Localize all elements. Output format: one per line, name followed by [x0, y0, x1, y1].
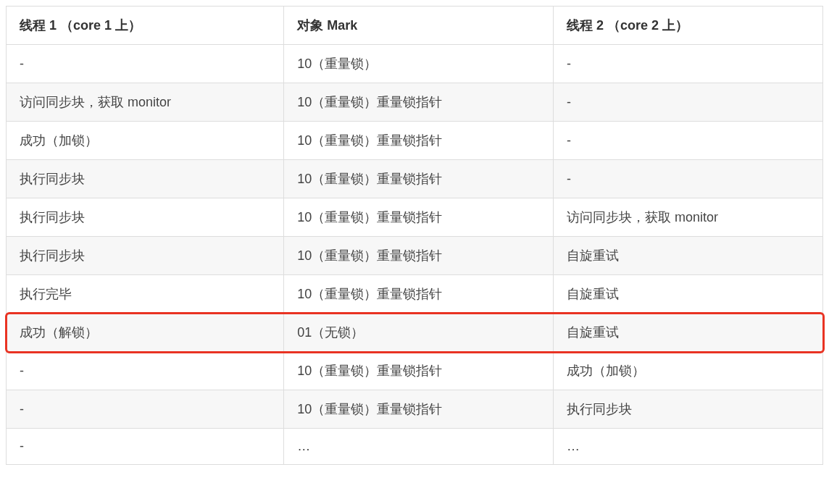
- table-cell: -: [554, 83, 823, 122]
- table-row: -……: [7, 429, 823, 465]
- table-row: -10（重量锁）-: [7, 45, 823, 83]
- table-row: 成功（加锁）10（重量锁）重量锁指针-: [7, 122, 823, 160]
- thread-lock-table: 线程 1 （core 1 上） 对象 Mark 线程 2 （core 2 上） …: [6, 6, 823, 465]
- table-cell: 10（重量锁）重量锁指针: [284, 160, 554, 198]
- header-object-mark: 对象 Mark: [284, 7, 554, 45]
- table-row: 执行同步块10（重量锁）重量锁指针-: [7, 160, 823, 198]
- table-body: -10（重量锁）-访问同步块，获取 monitor10（重量锁）重量锁指针-成功…: [7, 45, 823, 465]
- header-thread1: 线程 1 （core 1 上）: [7, 7, 284, 45]
- table-row: 执行同步块10（重量锁）重量锁指针自旋重试: [7, 237, 823, 275]
- table-row: 执行完毕10（重量锁）重量锁指针自旋重试: [7, 275, 823, 314]
- header-thread2: 线程 2 （core 2 上）: [554, 7, 823, 45]
- table-cell: 10（重量锁）重量锁指针: [284, 237, 554, 275]
- table-cell: 10（重量锁）重量锁指针: [284, 390, 554, 429]
- table-cell: 访问同步块，获取 monitor: [554, 198, 823, 237]
- table-cell: 成功（加锁）: [7, 122, 284, 160]
- table-cell: 访问同步块，获取 monitor: [7, 83, 284, 122]
- table-row: -10（重量锁）重量锁指针执行同步块: [7, 390, 823, 429]
- table-cell: 10（重量锁）重量锁指针: [284, 275, 554, 314]
- table-cell: 执行完毕: [7, 275, 284, 314]
- table-cell: -: [7, 45, 284, 83]
- table-row: 执行同步块10（重量锁）重量锁指针访问同步块，获取 monitor: [7, 198, 823, 237]
- table-cell: -: [7, 390, 284, 429]
- table-cell: 成功（解锁）: [7, 314, 284, 352]
- table-header-row: 线程 1 （core 1 上） 对象 Mark 线程 2 （core 2 上）: [7, 7, 823, 45]
- table-cell: 10（重量锁）重量锁指针: [284, 198, 554, 237]
- table-cell: 执行同步块: [7, 237, 284, 275]
- table-cell: 自旋重试: [554, 314, 823, 352]
- table-row: 访问同步块，获取 monitor10（重量锁）重量锁指针-: [7, 83, 823, 122]
- table-cell: 10（重量锁）重量锁指针: [284, 352, 554, 390]
- table-cell: 10（重量锁）: [284, 45, 554, 83]
- table-cell: 自旋重试: [554, 275, 823, 314]
- table-cell: -: [7, 352, 284, 390]
- table-cell: 执行同步块: [554, 390, 823, 429]
- table-cell: -: [554, 160, 823, 198]
- table-cell: 自旋重试: [554, 237, 823, 275]
- table-row: -10（重量锁）重量锁指针成功（加锁）: [7, 352, 823, 390]
- table-cell: 01（无锁）: [284, 314, 554, 352]
- table-cell: -: [7, 429, 284, 465]
- table-cell: -: [554, 122, 823, 160]
- table-cell: …: [554, 429, 823, 465]
- table-cell: 10（重量锁）重量锁指针: [284, 83, 554, 122]
- table-row: 成功（解锁）01（无锁）自旋重试: [7, 314, 823, 352]
- table-cell: -: [554, 45, 823, 83]
- table-cell: 成功（加锁）: [554, 352, 823, 390]
- table-cell: 执行同步块: [7, 160, 284, 198]
- table-container: 线程 1 （core 1 上） 对象 Mark 线程 2 （core 2 上） …: [6, 6, 823, 465]
- table-cell: …: [284, 429, 554, 465]
- table-cell: 10（重量锁）重量锁指针: [284, 122, 554, 160]
- table-cell: 执行同步块: [7, 198, 284, 237]
